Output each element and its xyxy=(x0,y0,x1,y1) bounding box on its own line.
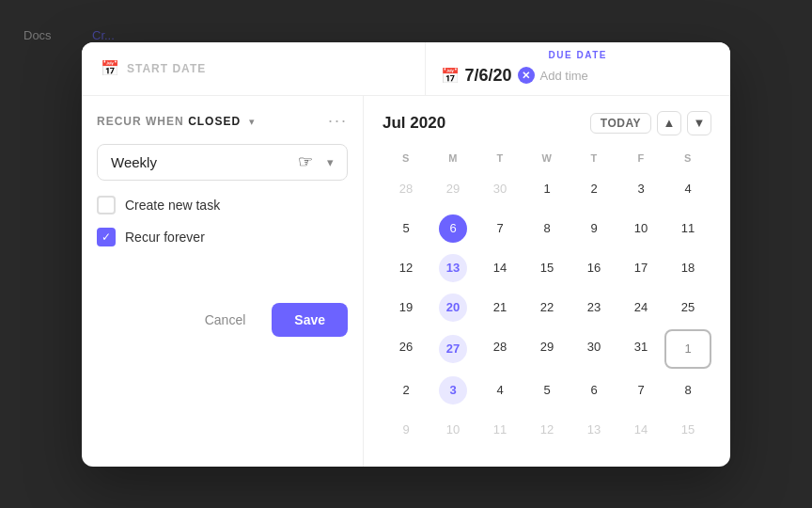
clear-due-date-button[interactable]: ✕ xyxy=(518,67,535,84)
calendar-cell-w0-d3[interactable]: 1 xyxy=(523,171,570,207)
calendar-cell-w4-d3[interactable]: 29 xyxy=(523,329,570,369)
calendar-cell-w0-d5[interactable]: 3 xyxy=(617,171,664,207)
calendar-cell-w6-d2[interactable]: 11 xyxy=(476,412,523,448)
save-button[interactable]: Save xyxy=(272,303,348,337)
calendar-cell-w4-d5[interactable]: 31 xyxy=(617,329,664,369)
calendar-cell-w1-d0[interactable]: 5 xyxy=(383,211,429,246)
calendar-cell-w1-d1[interactable]: 6 xyxy=(439,214,467,243)
calendar-week-4: 2627282930311 xyxy=(383,329,711,369)
calendar-cell-w5-d2[interactable]: 4 xyxy=(476,373,523,408)
modal-overlay: 📅 START DATE DUE DATE 📅 7/6/20 ✕ Add tim… xyxy=(0,0,812,508)
calendar-cell-w2-d4[interactable]: 16 xyxy=(570,250,617,286)
left-panel: RECUR WHEN CLOSED ▾ ··· Weekly ☞ ▾ Creat… xyxy=(82,96,364,467)
calendar-cell-w6-d6[interactable]: 15 xyxy=(664,412,711,448)
cancel-button[interactable]: Cancel xyxy=(190,303,261,337)
recur-label-part2: CLOSED xyxy=(188,115,241,128)
calendar-cell-w5-d5[interactable]: 7 xyxy=(617,373,664,408)
day-name-sun: S xyxy=(383,149,429,167)
calendar-cell-w6-d4[interactable]: 13 xyxy=(570,412,617,448)
calendar-cell-w5-d3[interactable]: 5 xyxy=(523,373,570,408)
calendar-cell-w4-d4[interactable]: 30 xyxy=(570,329,617,369)
calendar-cell-w3-d5[interactable]: 24 xyxy=(617,290,664,325)
action-buttons: Cancel Save xyxy=(97,303,348,337)
calendar-cell-w6-d0[interactable]: 9 xyxy=(383,412,429,448)
create-new-task-checkbox[interactable]: Create new task xyxy=(97,196,348,214)
recur-title: RECUR WHEN CLOSED ▾ xyxy=(97,112,255,129)
calendar-cell-w4-d1[interactable]: 27 xyxy=(439,335,467,363)
start-date-label: START DATE xyxy=(127,62,206,75)
calendar-cell-w1-d4[interactable]: 9 xyxy=(570,211,617,246)
next-month-button[interactable]: ▼ xyxy=(687,111,711,135)
calendar-cell-w2-d6[interactable]: 18 xyxy=(664,250,711,286)
calendar-week-0: 2829301234 xyxy=(383,171,711,207)
day-name-sat: S xyxy=(664,149,711,167)
due-date-value: 7/6/20 xyxy=(465,66,512,86)
due-date-section: DUE DATE 📅 7/6/20 ✕ Add time xyxy=(426,42,731,95)
calendar-cell-w1-d5[interactable]: 10 xyxy=(617,211,664,246)
prev-month-button[interactable]: ▲ xyxy=(657,111,681,135)
calendar-week-2: 12131415161718 xyxy=(383,250,711,286)
calendar-cell-w2-d1[interactable]: 13 xyxy=(439,254,467,282)
create-task-checkbox-box[interactable] xyxy=(97,196,116,214)
calendar-week-5: 2345678 xyxy=(383,373,711,408)
recur-forever-checkbox-box[interactable]: ✓ xyxy=(97,228,116,246)
calendar-cell-w4-d2[interactable]: 28 xyxy=(476,329,523,369)
recur-label-part1: RECUR WHEN xyxy=(97,115,184,128)
calendar-cell-w3-d0[interactable]: 19 xyxy=(383,290,429,325)
calendar-cell-w1-d6[interactable]: 11 xyxy=(664,211,711,246)
calendar-cell-w1-d3[interactable]: 8 xyxy=(523,211,570,246)
calendar-cell-w0-d6[interactable]: 4 xyxy=(664,171,711,207)
calendar-cell-w0-d0[interactable]: 28 xyxy=(383,171,429,207)
calendar-cell-w3-d4[interactable]: 23 xyxy=(570,290,617,325)
calendar-cell-w0-d1[interactable]: 29 xyxy=(429,171,476,207)
today-button[interactable]: TODAY xyxy=(590,113,651,134)
calendar-cell-w6-d1[interactable]: 10 xyxy=(429,412,476,448)
recur-forever-label: Recur forever xyxy=(125,230,205,245)
modal: 📅 START DATE DUE DATE 📅 7/6/20 ✕ Add tim… xyxy=(82,42,730,467)
calendar-cell-w6-d3[interactable]: 12 xyxy=(523,412,570,448)
calendar-cell-w4-d6[interactable]: 1 xyxy=(664,329,711,369)
calendar-cell-w2-d3[interactable]: 15 xyxy=(523,250,570,286)
calendar-weeks: 2829301234567891011121314151617181920212… xyxy=(383,171,711,448)
more-options-button[interactable]: ··· xyxy=(328,111,348,131)
cursor-icon: ☞ xyxy=(298,151,313,172)
calendar-cell-w1-d2[interactable]: 7 xyxy=(476,211,523,246)
calendar-cell-w5-d6[interactable]: 8 xyxy=(664,373,711,408)
recur-frequency-dropdown[interactable]: Weekly ☞ ▾ xyxy=(97,144,348,181)
modal-body: RECUR WHEN CLOSED ▾ ··· Weekly ☞ ▾ Creat… xyxy=(82,96,730,467)
calendar-cell-w4-d0[interactable]: 26 xyxy=(383,329,429,369)
calendar-grid: S M T W T F S 28293012345678910111213141… xyxy=(383,149,711,448)
recur-forever-checkbox[interactable]: ✓ Recur forever xyxy=(97,228,348,246)
calendar-cell-w0-d4[interactable]: 2 xyxy=(570,171,617,207)
calendar-header: Jul 2020 TODAY ▲ ▼ xyxy=(383,111,711,135)
calendar-week-3: 19202122232425 xyxy=(383,290,711,325)
calendar-panel: Jul 2020 TODAY ▲ ▼ S M T W T F xyxy=(364,96,730,467)
calendar-cell-w5-d0[interactable]: 2 xyxy=(383,373,429,408)
recur-header: RECUR WHEN CLOSED ▾ ··· xyxy=(97,111,348,131)
day-name-wed: W xyxy=(523,149,570,167)
day-name-tue: T xyxy=(476,149,523,167)
due-date-value-row: 📅 7/6/20 ✕ Add time xyxy=(426,60,731,95)
calendar-cell-w3-d3[interactable]: 22 xyxy=(523,290,570,325)
calendar-cell-w5-d1[interactable]: 3 xyxy=(439,376,467,405)
recur-chevron-icon[interactable]: ▾ xyxy=(249,116,255,127)
start-date-icon: 📅 xyxy=(101,59,119,77)
calendar-navigation: TODAY ▲ ▼ xyxy=(590,111,711,135)
calendar-cell-w2-d5[interactable]: 17 xyxy=(617,250,664,286)
calendar-cell-w6-d5[interactable]: 14 xyxy=(617,412,664,448)
calendar-cell-w3-d1[interactable]: 20 xyxy=(439,294,467,322)
calendar-cell-w2-d0[interactable]: 12 xyxy=(383,250,429,286)
day-name-fri: F xyxy=(617,149,664,167)
calendar-cell-w3-d2[interactable]: 21 xyxy=(476,290,523,325)
day-name-mon: M xyxy=(429,149,476,167)
due-date-label: DUE DATE xyxy=(426,42,731,60)
modal-header: 📅 START DATE DUE DATE 📅 7/6/20 ✕ Add tim… xyxy=(82,42,730,96)
add-time-link[interactable]: Add time xyxy=(540,69,588,83)
calendar-cell-w2-d2[interactable]: 14 xyxy=(476,250,523,286)
calendar-cell-w0-d2[interactable]: 30 xyxy=(476,171,523,207)
due-date-icon: 📅 xyxy=(441,67,460,85)
calendar-week-6: 9101112131415 xyxy=(383,412,711,448)
start-date-field[interactable]: 📅 START DATE xyxy=(82,42,426,95)
calendar-cell-w5-d4[interactable]: 6 xyxy=(570,373,617,408)
calendar-cell-w3-d6[interactable]: 25 xyxy=(664,290,711,325)
